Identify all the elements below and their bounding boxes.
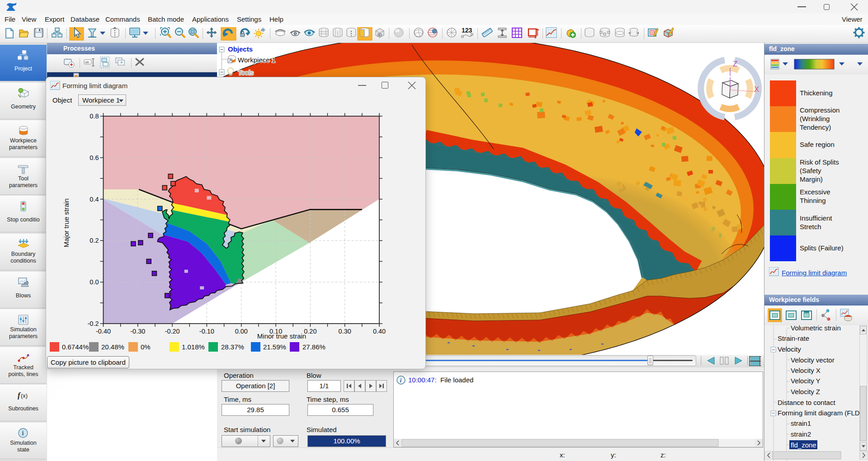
svg-text:Tools: Tools [238, 69, 254, 76]
svg-text:Velocity vector: Velocity vector [791, 356, 835, 364]
svg-text:strain1: strain1 [791, 419, 811, 427]
svg-text:Distance to contact: Distance to contact [778, 399, 835, 406]
svg-text:-0.30: -0.30 [130, 328, 145, 335]
svg-text:123: 123 [462, 27, 472, 34]
svg-text:Z: Z [733, 60, 737, 68]
svg-text:X: X [754, 85, 759, 94]
svg-text:0.2: 0.2 [90, 237, 99, 244]
svg-text:Major true strain: Major true strain [62, 198, 70, 247]
svg-text:0.0: 0.0 [90, 278, 99, 286]
svg-text:-0.10: -0.10 [199, 328, 214, 335]
svg-text:0.8: 0.8 [90, 113, 99, 120]
svg-text:strain2: strain2 [791, 430, 811, 438]
svg-text:Volumetric strain: Volumetric strain [791, 324, 841, 332]
svg-text:(x): (x) [21, 392, 28, 399]
svg-text:0.4: 0.4 [90, 196, 99, 203]
svg-text:fld_zone: fld_zone [791, 441, 816, 449]
svg-text:0.6: 0.6 [90, 154, 99, 161]
svg-text:Forming limit diagram (FLD: Forming limit diagram (FLD [778, 409, 859, 417]
svg-text:Minor true strain: Minor true strain [257, 332, 306, 340]
svg-text:-0.2: -0.2 [88, 320, 99, 327]
svg-text:0.00: 0.00 [235, 328, 248, 335]
svg-text:Strain-rate: Strain-rate [778, 334, 809, 342]
svg-text:Velocity: Velocity [778, 345, 801, 353]
svg-text:Velocity Y: Velocity Y [791, 377, 821, 385]
svg-text:Velocity Z: Velocity Z [791, 388, 820, 395]
svg-text:ab: ab [85, 60, 89, 64]
svg-text:0.30: 0.30 [339, 328, 351, 335]
svg-text:i: i [22, 430, 24, 437]
svg-text:-0.20: -0.20 [165, 328, 180, 335]
svg-text:Workpiece 1: Workpiece 1 [238, 56, 275, 64]
svg-text:i: i [400, 377, 402, 384]
svg-text:-0.40: -0.40 [96, 328, 111, 335]
svg-text:0.40: 0.40 [373, 328, 386, 335]
svg-text:3D: 3D [377, 33, 382, 37]
svg-text:Objects: Objects [228, 45, 253, 53]
svg-text:Velocity X: Velocity X [791, 367, 821, 374]
